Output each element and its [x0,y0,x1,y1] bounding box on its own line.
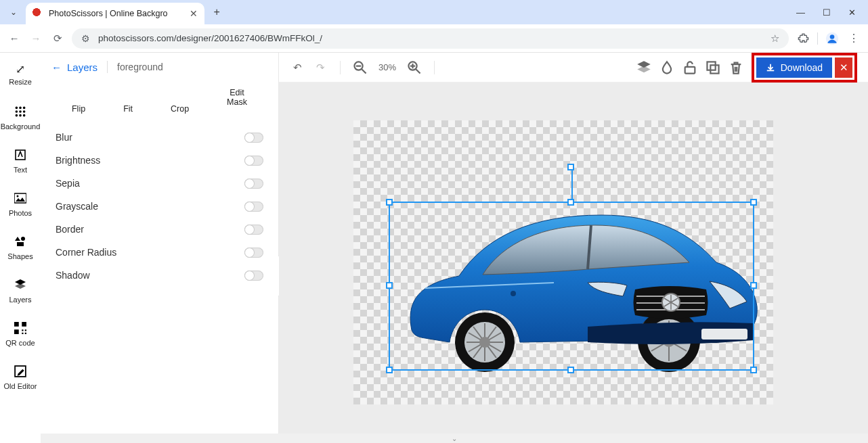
toggle-blur[interactable] [244,133,263,143]
rail-shapes[interactable]: Shapes [0,226,41,269]
back-label: Layers [67,62,97,73]
tool-label: Flip [72,104,85,114]
rail-photos[interactable]: Photos [0,183,41,226]
duplicate-icon[interactable] [706,60,720,75]
svg-rect-40 [707,62,715,70]
canvas-toolbar: ↶ ↷ 30% [279,53,868,83]
rail-label: Layers [9,296,31,304]
resize-handle-bl[interactable] [386,367,393,373]
resize-handle-tm[interactable] [567,199,574,206]
svg-rect-16 [17,242,24,246]
tab-title: PhotoScissors | Online Backgro [49,9,168,18]
browser-tab-strip: ⌄ PhotoScissors | Online Backgro ✕ + — ☐… [0,0,868,24]
back-to-layers-button[interactable]: ← Layers [51,62,97,73]
svg-point-4 [23,106,26,109]
resize-handle-tl[interactable] [386,199,393,206]
window-minimize-button[interactable]: — [796,7,805,18]
download-button[interactable]: Download [756,57,832,78]
toolbar-divider [340,61,341,74]
rail-qrcode[interactable]: QR code [0,312,41,356]
undo-button[interactable]: ↶ [290,60,305,75]
layer-name: foreground [117,62,163,72]
browser-toolbar: ← → ⟳ ⚙ photoscissors.com/designer/20016… [0,24,868,53]
resize-handle-bm[interactable] [567,367,574,373]
resize-handle-br[interactable] [750,367,757,373]
tab-close-button[interactable]: ✕ [190,8,198,19]
toggle-grayscale[interactable] [244,202,263,212]
adjust-label: Grayscale [56,201,98,212]
toggle-brightness[interactable] [244,156,263,166]
tool-edit-mask[interactable]: Edit Mask [227,88,247,114]
zoom-out-button[interactable] [353,60,368,75]
nav-back-button[interactable]: ← [7,31,22,46]
delete-icon[interactable] [729,60,743,75]
nav-forward-button[interactable]: → [28,31,43,46]
layers-toggle-icon[interactable] [636,60,651,75]
rotate-line [571,170,573,199]
tool-label: Crop [171,104,189,114]
svg-marker-14 [15,237,20,241]
browser-tab[interactable]: PhotoScissors | Online Backgro ✕ [26,3,204,24]
toggle-sepia[interactable] [244,179,263,189]
window-maximize-button[interactable]: ☐ [823,7,831,18]
rail-text[interactable]: Text [0,139,41,183]
clear-button[interactable]: ✕ [835,57,852,78]
toggle-shadow[interactable] [244,271,263,281]
adjust-corner-radius: Corner Radius [41,241,278,264]
download-highlight: Download ✕ [752,53,857,83]
grid-icon [14,106,26,120]
rail-background[interactable]: Background [0,96,41,139]
header-divider [107,61,108,73]
rail-label: Photos [9,209,32,217]
resize-handle-tr[interactable] [750,199,757,206]
rail-layers[interactable]: Layers [0,269,41,312]
tool-fit[interactable]: Fit [123,88,133,114]
droplet-icon[interactable] [659,60,674,75]
zoom-in-button[interactable] [407,60,422,75]
adjust-brightness: Brightness [41,149,278,172]
toggle-corner-radius[interactable] [244,248,263,258]
rail-label: QR code [5,339,35,347]
address-bar[interactable]: ⚙ photoscissors.com/designer/2001627406/… [72,28,789,49]
tool-flip[interactable]: Flip [72,88,85,114]
text-icon [14,149,26,163]
profile-button[interactable] [825,31,840,46]
bottom-scrollbar[interactable]: ⌄ [41,434,868,443]
nav-reload-button[interactable]: ⟳ [50,31,65,46]
svg-point-1 [830,34,835,39]
bookmark-star-icon[interactable]: ☆ [771,32,779,45]
svg-marker-38 [637,66,651,72]
resize-handle-ml[interactable] [386,282,393,289]
adjust-border: Border [41,218,278,241]
toolbar-divider [817,32,818,45]
svg-rect-39 [685,66,695,73]
resize-icon: ⤢ [16,64,25,75]
tab-search-button[interactable]: ⌄ [7,5,20,19]
selection-box[interactable] [389,202,754,371]
zoom-value[interactable]: 30% [376,62,399,72]
new-tab-button[interactable]: + [214,6,220,18]
site-settings-icon[interactable]: ⚙ [81,33,90,44]
qrcode-icon [14,322,26,336]
rail-label: Shapes [7,252,32,260]
rotate-handle[interactable] [567,164,574,170]
rail-resize[interactable]: ⤢ Resize [0,53,41,96]
layers-icon [14,279,26,293]
unlock-icon[interactable] [682,60,697,75]
extensions-icon[interactable] [796,31,810,46]
canvas-area[interactable] [279,83,868,443]
tool-crop[interactable]: Crop [171,88,189,114]
left-rail: ⤢ Resize Background Text Photos Shapes [0,53,41,443]
redo-button[interactable]: ↷ [313,60,328,75]
canvas-wrap: ↶ ↷ 30% [279,53,868,443]
resize-handle-mr[interactable] [750,282,757,289]
rail-old-editor[interactable]: Old Editor [0,356,41,399]
svg-rect-25 [25,332,26,333]
window-close-button[interactable]: ✕ [848,7,856,18]
browser-menu-button[interactable]: ⋮ [846,31,861,46]
svg-rect-19 [14,322,19,327]
shapes-icon [14,235,26,250]
toggle-border[interactable] [244,225,263,235]
edit-icon [14,365,26,379]
arrow-left-icon: ← [51,62,62,73]
